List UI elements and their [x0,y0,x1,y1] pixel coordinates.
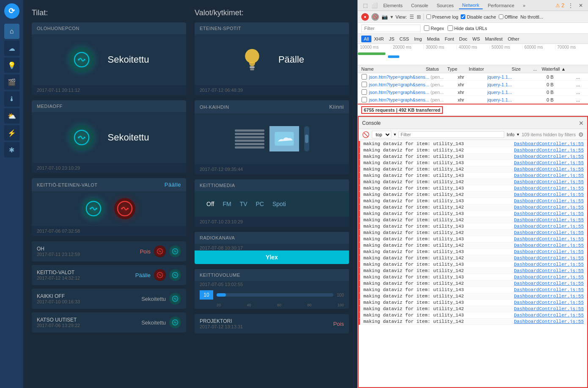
sidebar-icon-power[interactable]: ⚡ [4,125,19,140]
log-source-20[interactable]: DashboardController.js:55 [514,268,584,273]
log-source-14[interactable]: DashboardController.js:55 [514,230,584,235]
log-source-5[interactable]: DashboardController.js:55 [514,173,584,178]
camera-icon[interactable]: 📷 [382,14,388,20]
tab-sources[interactable]: Sources [433,2,457,9]
log-source-26[interactable]: DashboardController.js:55 [514,306,584,311]
log-source-17[interactable]: DashboardController.js:55 [514,249,584,254]
console-gear-icon[interactable]: ⚙ [578,131,584,138]
record-button[interactable]: ● [361,13,369,21]
throttle-label[interactable]: No throttl... [520,14,543,19]
tab-network[interactable]: Network [459,2,483,9]
view-list-icon[interactable]: ☰ [409,14,414,20]
type-img[interactable]: Img [412,36,424,42]
network-row-4[interactable]: json.htm?type=graph&sens... (pen... xhr … [358,96,588,104]
row1-checkbox[interactable] [361,74,367,80]
devtools-menu-icon[interactable]: ⋮ [567,2,574,9]
tab-performance[interactable]: Performance [484,2,518,9]
sidebar-icon-settings[interactable]: ✱ [4,142,19,157]
log-source-12[interactable]: DashboardController.js:55 [514,217,584,223]
disable-cache-checkbox[interactable] [461,14,465,19]
type-other[interactable]: Other [505,36,522,42]
log-source-19[interactable]: DashboardController.js:55 [514,262,584,267]
console-filter-input[interactable] [398,131,504,138]
log-source-23[interactable]: DashboardController.js:55 [514,287,584,292]
type-doc[interactable]: Doc [456,36,470,42]
filter-input[interactable] [361,25,420,32]
log-source-11[interactable]: DashboardController.js:55 [514,211,584,216]
volume-track[interactable] [217,293,333,297]
row4-checkbox[interactable] [361,97,367,102]
type-font[interactable]: Font [442,36,456,42]
devtools-inspect-icon[interactable]: ⬚ [361,2,369,9]
network-row-1[interactable]: json.htm?type=graph&sens... (pen... xhr … [358,73,588,81]
sidebar-icon-temp[interactable]: 🌡 [4,91,19,107]
media-opt-pc[interactable]: PC [256,201,264,207]
log-source-16[interactable]: DashboardController.js:55 [514,243,584,248]
log-source-4[interactable]: DashboardController.js:55 [514,167,584,172]
log-source-2[interactable]: DashboardController.js:55 [514,154,584,159]
network-row-3[interactable]: json.htm?type=graph&sens... (pen... xhr … [358,88,588,96]
offline-label[interactable]: Offline [499,14,518,19]
sidebar-icon-light[interactable]: 💡 [4,58,19,73]
type-js[interactable]: JS [386,36,397,42]
log-source-15[interactable]: DashboardController.js:55 [514,237,584,242]
regex-label[interactable]: Regex [424,25,444,31]
sidebar-icon-cloud[interactable]: ☁ [4,41,19,56]
media-opt-tv[interactable]: TV [240,201,247,207]
tab-more[interactable]: » [519,2,529,9]
devtools-close-icon[interactable]: ✕ [577,2,585,9]
type-xhr[interactable]: XHR [371,36,386,42]
log-source-9[interactable]: DashboardController.js:55 [514,198,584,204]
offline-checkbox[interactable] [499,14,503,19]
view-grid-icon[interactable]: ⊞ [417,14,421,20]
log-source-28[interactable]: DashboardController.js:55 [514,319,584,324]
media-opt-fm[interactable]: FM [223,201,231,207]
sidebar-icon-media[interactable]: 🎬 [4,74,19,90]
hide-urls-label[interactable]: Hide data URLs [448,25,487,31]
log-source-27[interactable]: DashboardController.js:55 [514,313,584,318]
log-source-6[interactable]: DashboardController.js:55 [514,179,584,184]
log-message-1: making dataviz for item: utility_142 [363,148,512,153]
disable-cache-label[interactable]: Disable cache [461,14,496,19]
log-source-24[interactable]: DashboardController.js:55 [514,294,584,299]
network-row-2[interactable]: json.htm?type=graph&sens... (pen... xhr … [358,81,588,88]
console-context-select[interactable]: top [372,131,391,138]
type-media[interactable]: Media [424,36,442,42]
console-clear-icon[interactable]: 🚫 [362,131,369,138]
log-source-0[interactable]: DashboardController.js:55 [514,141,584,146]
console-close-button[interactable]: ✕ [579,120,584,127]
log-source-1[interactable]: DashboardController.js:55 [514,148,584,153]
type-css[interactable]: CSS [397,36,412,42]
filter-icon[interactable]: ▾ [390,14,393,20]
log-source-3[interactable]: DashboardController.js:55 [514,160,584,165]
type-all[interactable]: All [361,36,371,42]
log-source-13[interactable]: DashboardController.js:55 [514,224,584,229]
sidebar-icon-weather[interactable]: ⛅ [4,108,19,124]
console-log[interactable]: making dataviz for item: utility_143Dash… [359,140,587,387]
devtools-device-icon[interactable]: ⬜ [371,2,378,9]
log-source-8[interactable]: DashboardController.js:55 [514,192,584,197]
sidebar-icon-home[interactable]: ⌂ [4,24,19,39]
log-source-7[interactable]: DashboardController.js:55 [514,186,584,191]
type-manifest[interactable]: Manifest [483,36,506,42]
regex-checkbox[interactable] [424,25,429,31]
app-logo[interactable]: ⟳ [4,3,19,19]
log-source-21[interactable]: DashboardController.js:55 [514,275,584,280]
preserve-log-label[interactable]: Preserve log [426,14,459,19]
clear-button[interactable]: 🚫 [371,13,379,21]
log-source-10[interactable]: DashboardController.js:55 [514,205,584,210]
row3-checkbox[interactable] [361,89,367,95]
tab-console[interactable]: Console [408,2,431,9]
console-context-arrow[interactable]: ▾ [394,132,396,137]
tab-elements[interactable]: Elements [380,2,406,9]
hide-urls-checkbox[interactable] [448,25,453,31]
media-opt-spoti[interactable]: Spoti [272,201,286,207]
row2-checkbox[interactable] [361,82,367,87]
log-source-22[interactable]: DashboardController.js:55 [514,281,584,286]
media-opt-off[interactable]: Off [206,201,214,207]
type-ws[interactable]: WS [470,36,483,42]
console-info-arrow[interactable]: ▾ [517,132,519,137]
log-source-25[interactable]: DashboardController.js:55 [514,300,584,305]
preserve-log-checkbox[interactable] [426,14,431,19]
log-source-18[interactable]: DashboardController.js:55 [514,256,584,261]
